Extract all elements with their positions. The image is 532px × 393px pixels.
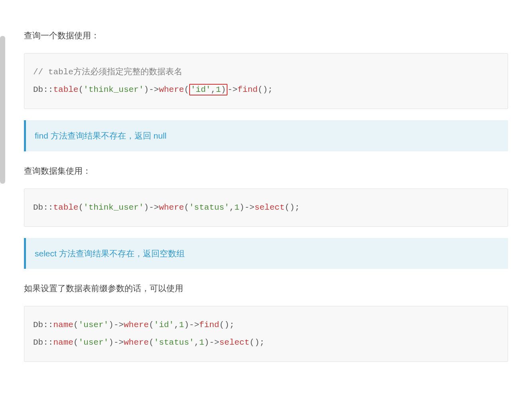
code-paren: ();: [219, 320, 234, 329]
code-arrow: ->: [227, 85, 237, 94]
code-arrow: ->: [189, 320, 199, 329]
code-arrow: ->: [244, 203, 254, 212]
code-number: 1: [179, 320, 184, 329]
code-paren: ();: [258, 85, 273, 94]
code-class: Db: [33, 338, 43, 347]
code-number: 1: [234, 203, 239, 212]
code-paren: (: [78, 85, 83, 94]
code-class: Db: [33, 85, 43, 94]
code-paren: (: [149, 338, 154, 347]
code-op: ::: [43, 85, 53, 94]
code-method: where: [159, 203, 184, 212]
code-arrow: ->: [114, 320, 124, 329]
code-method: name: [53, 338, 73, 347]
code-block-3: Db::name('user')->where('id',1)->find();…: [24, 306, 508, 362]
code-string: 'status': [189, 203, 229, 212]
code-class: Db: [33, 203, 43, 212]
code-class: Db: [33, 320, 43, 329]
code-method: table: [53, 85, 78, 94]
code-method: table: [53, 203, 78, 212]
code-method: select: [219, 338, 249, 347]
scrollbar-thumb[interactable]: [0, 36, 5, 184]
code-paren: ): [184, 320, 189, 329]
code-paren: (: [184, 203, 189, 212]
code-paren: (: [73, 338, 79, 347]
code-string: 'user': [78, 338, 109, 347]
section2-intro: 查询数据集使用：: [24, 163, 508, 179]
code-method: name: [53, 320, 73, 329]
code-paren: ): [144, 85, 149, 94]
note-box-2: select 方法查询结果不存在，返回空数组: [24, 238, 508, 269]
code-paren: ): [109, 320, 114, 329]
code-paren: ): [109, 338, 114, 347]
code-method: select: [255, 203, 285, 212]
code-method: where: [124, 338, 149, 347]
code-paren: ): [204, 338, 210, 347]
code-arrow: ->: [209, 338, 219, 347]
note-box-1: find 方法查询结果不存在，返回 null: [24, 120, 508, 151]
code-arrow: ->: [114, 338, 124, 347]
code-paren: (: [149, 320, 154, 329]
code-paren: ();: [249, 338, 265, 347]
code-paren: ): [221, 85, 226, 94]
code-op: ::: [43, 338, 53, 347]
code-string: 'think_user': [83, 203, 144, 212]
code-paren: ();: [285, 203, 300, 212]
code-comma: ,: [194, 338, 199, 347]
code-comment: // table方法必须指定完整的数据表名: [33, 67, 182, 77]
code-paren: ): [239, 203, 245, 212]
code-paren: (: [184, 85, 189, 94]
section1-intro: 查询一个数据使用：: [24, 28, 508, 43]
code-arrow: ->: [149, 203, 159, 212]
code-method: where: [124, 320, 149, 329]
code-paren: ): [144, 203, 149, 212]
code-string: 'think_user': [83, 85, 144, 94]
code-string: 'user': [78, 320, 109, 329]
highlight-box: 'id',1): [189, 84, 227, 95]
code-block-2: Db::table('think_user')->where('status',…: [24, 189, 508, 227]
code-block-1: // table方法必须指定完整的数据表名 Db::table('think_u…: [24, 53, 508, 109]
code-string: 'id': [191, 85, 211, 94]
section3-intro: 如果设置了数据表前缀参数的话，可以使用: [24, 281, 508, 296]
code-string: 'id': [154, 320, 174, 329]
code-string: 'status': [154, 338, 194, 347]
code-op: ::: [43, 203, 53, 212]
code-comma: ,: [174, 320, 179, 329]
code-arrow: ->: [149, 85, 159, 94]
code-method: find: [237, 85, 257, 94]
code-paren: (: [78, 203, 83, 212]
code-comma: ,: [229, 203, 235, 212]
code-method: find: [199, 320, 219, 329]
code-method: where: [159, 85, 184, 94]
code-number: 1: [199, 338, 204, 347]
code-comma: ,: [211, 85, 216, 94]
code-number: 1: [216, 85, 221, 94]
code-op: ::: [43, 320, 53, 329]
code-paren: (: [73, 320, 79, 329]
